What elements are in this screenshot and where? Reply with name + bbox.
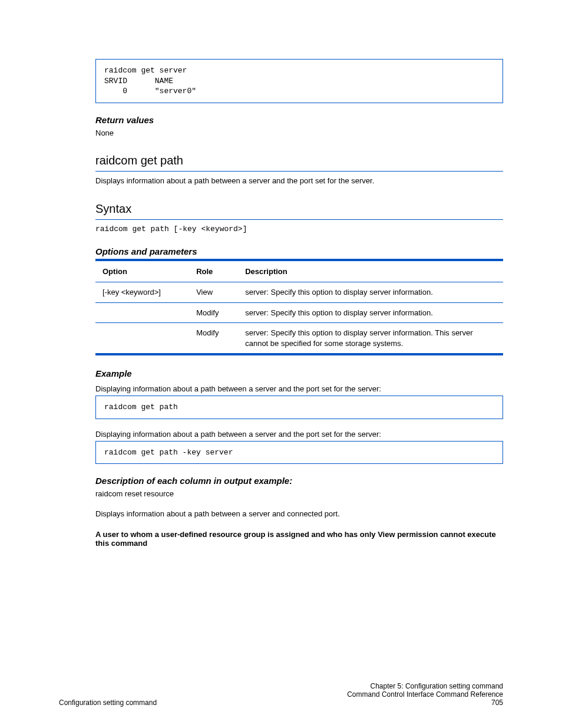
example-heading: Example — [95, 368, 503, 378]
col-option: Option — [95, 260, 189, 282]
cell-option: [-key <keyword>] — [95, 282, 189, 303]
table-row: Modify server: Specify this option to di… — [95, 302, 503, 323]
permission-note: A user to whom a user-defined resource g… — [95, 530, 503, 548]
example-output-box: raidcom get server SRVID NAME 0 "server0… — [95, 59, 503, 103]
example-sub-2: Displaying information about a path betw… — [95, 430, 503, 439]
syntax-heading: Syntax — [95, 202, 503, 220]
code-line: raidcom get path -key server — [104, 447, 494, 458]
output-desc-body: raidcom reset resource — [95, 488, 503, 500]
cell-role: Modify — [189, 302, 238, 323]
raidcom-get-path-heading: raidcom get path — [95, 154, 503, 172]
page-footer: Configuration setting command Chapter 5:… — [0, 682, 562, 707]
options-heading: Options and parameters — [95, 246, 503, 256]
syntax-code: raidcom get path [-key <keyword>] — [95, 223, 503, 235]
code-line: SRVID NAME — [104, 76, 494, 87]
footer-left: Configuration setting command — [59, 699, 157, 707]
cell-option — [95, 323, 189, 355]
cell-desc: server: Specify this option to display s… — [238, 323, 503, 355]
example-code-box-1: raidcom get path — [95, 396, 503, 419]
table-header-row: Option Role Description — [95, 260, 503, 282]
cell-role: View — [189, 282, 238, 303]
cell-desc: server: Specify this option to display s… — [238, 302, 503, 323]
example-sub-1: Displaying information about a path betw… — [95, 384, 503, 393]
col-role: Role — [189, 260, 238, 282]
code-line: 0 "server0" — [104, 86, 494, 97]
col-description: Description — [238, 260, 503, 282]
footer-right-2: Command Control Interface Command Refere… — [347, 690, 503, 699]
raidcom-get-path-body: Displays information about a path betwee… — [95, 175, 503, 187]
return-values-body: None — [95, 127, 503, 139]
cell-option — [95, 302, 189, 323]
output-desc-heading: Description of each column in output exa… — [95, 476, 503, 486]
return-values-heading: Return values — [95, 115, 503, 125]
reset-body: Displays information about a path betwee… — [95, 508, 503, 520]
footer-page: 705 — [347, 699, 503, 707]
example-code-box-2: raidcom get path -key server — [95, 441, 503, 465]
cell-desc: server: Specify this option to display s… — [238, 282, 503, 303]
code-line: raidcom get path — [104, 402, 494, 413]
table-row: Modify server: Specify this option to di… — [95, 323, 503, 355]
table-row: [-key <keyword>] View server: Specify th… — [95, 282, 503, 303]
footer-right-1: Chapter 5: Configuration setting command — [347, 682, 503, 690]
code-line: raidcom get server — [104, 65, 494, 76]
cell-role: Modify — [189, 323, 238, 355]
options-table: Option Role Description [-key <keyword>]… — [95, 259, 503, 355]
